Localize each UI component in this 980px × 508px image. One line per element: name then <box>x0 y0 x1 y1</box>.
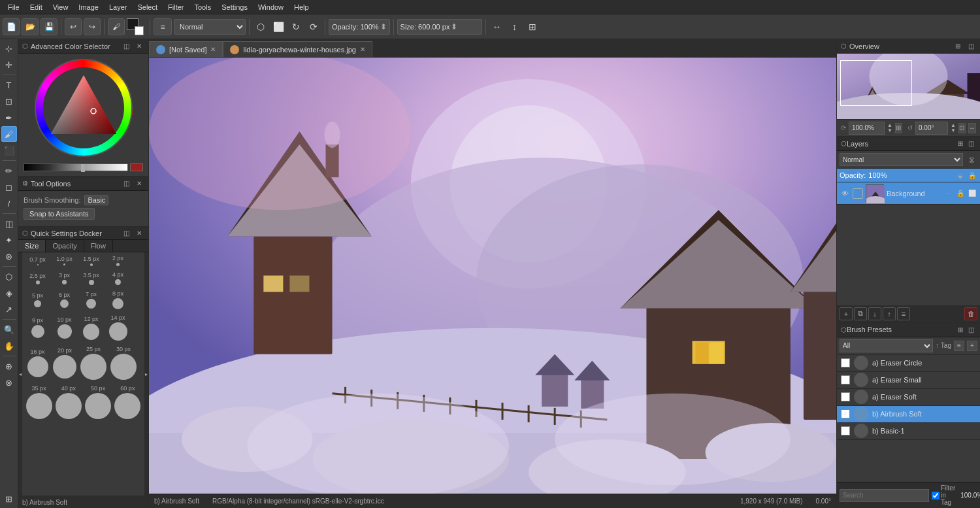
brush-presets-pin[interactable]: ◫ <box>966 324 976 335</box>
layer-up-button[interactable]: ↑ <box>883 307 896 320</box>
overview-pin[interactable]: ◫ <box>966 41 976 52</box>
zoom-steppers[interactable]: ▲ ▼ <box>887 123 892 133</box>
redo-button[interactable]: ↪ <box>84 18 101 35</box>
brush-size-item[interactable]: 1.5 px <box>80 256 103 266</box>
tool-shape[interactable]: ◻ <box>1 179 17 195</box>
brush-size-item[interactable]: 0.7 px <box>26 256 49 265</box>
tool-clone[interactable]: ⊛ <box>1 248 17 264</box>
brush-size-item[interactable]: 50 px <box>86 385 111 419</box>
brush-preset-item[interactable]: a) Eraser Small <box>837 372 980 389</box>
zoom-fit-button[interactable]: ⊞ <box>895 123 902 133</box>
brush-size-item[interactable]: 35 px <box>26 385 52 419</box>
color-selector-widget[interactable] <box>127 18 144 35</box>
brush-size-item[interactable]: 25 px <box>80 346 106 380</box>
brush-size-item[interactable]: 5 px <box>26 292 49 307</box>
canvas-layout-button[interactable]: ⊡ <box>958 123 966 133</box>
layers-mode-select[interactable]: Normal <box>840 153 963 166</box>
tool-options-pin[interactable]: ◫ <box>121 178 131 189</box>
tool-measure[interactable]: ↗ <box>1 301 17 317</box>
color-wheel-wrapper[interactable] <box>35 59 133 157</box>
layer-visibility-icon[interactable]: 👁 <box>840 188 850 199</box>
overview-preview[interactable] <box>837 54 980 119</box>
tab-opacity[interactable]: Opacity <box>46 240 84 252</box>
tool-move[interactable]: ✛ <box>1 57 17 73</box>
value-slider[interactable] <box>24 163 128 171</box>
triangle-overlay[interactable] <box>48 72 120 144</box>
zoom-down[interactable]: ▼ <box>887 128 892 133</box>
opacity-options[interactable]: ⬙ <box>955 170 966 180</box>
undo-button[interactable]: ↩ <box>65 18 82 35</box>
brush-size-item[interactable]: 4 px <box>106 271 129 285</box>
brush-size-item[interactable]: 3.5 px <box>80 272 103 285</box>
tab-flow[interactable]: Flow <box>84 240 113 252</box>
layers-filter-button[interactable]: ⧖ <box>966 154 977 165</box>
brush-size-item[interactable]: 1.0 px <box>53 256 76 265</box>
brush-settings-button[interactable]: ≡ <box>154 18 172 35</box>
menu-help[interactable]: Help <box>289 2 314 12</box>
layer-down-button[interactable]: ↓ <box>868 307 881 320</box>
brush-add-button[interactable]: + <box>967 341 977 351</box>
brush-size-item[interactable]: 60 px <box>115 385 140 419</box>
delete-layer-button[interactable]: 🗑 <box>964 307 977 320</box>
layer-alpha-btn[interactable]: ⬜ <box>967 188 977 199</box>
brush-size-item[interactable]: 8 px <box>106 290 129 309</box>
canvas-mirror-button[interactable]: ↔ <box>968 123 976 133</box>
brush-size-item[interactable]: 12 px <box>80 316 103 340</box>
layer-lock[interactable]: 🔒 <box>967 170 977 180</box>
background-color[interactable] <box>135 26 144 35</box>
opacity-arrow[interactable]: ⬍ <box>380 22 387 31</box>
menu-tools[interactable]: Tools <box>189 2 217 12</box>
layer-more-options[interactable]: ⋯ <box>943 188 954 199</box>
brush-presets-expand[interactable]: ⊞ <box>955 324 966 335</box>
tool-colortag[interactable]: ⊕ <box>1 358 17 374</box>
tool-zoom[interactable]: 🔍 <box>1 322 17 337</box>
tool-brush[interactable]: 🖌 <box>1 126 17 142</box>
brush-view-toggle[interactable]: ≡ <box>954 341 964 351</box>
layer-lock-btn[interactable]: 🔒 <box>955 188 966 199</box>
size-arrow[interactable]: ⬍ <box>451 22 457 31</box>
brush-preset-item[interactable]: ✓b) Airbrush Soft <box>837 406 980 423</box>
menu-select[interactable]: Select <box>132 2 163 12</box>
brush-size-item[interactable]: 10 px <box>53 316 76 339</box>
brush-search-input[interactable] <box>840 489 929 502</box>
opacity-control[interactable]: Opacity: 100% ⬍ <box>329 19 390 35</box>
brush-size-item[interactable]: 14 px <box>106 314 129 341</box>
preserve-alpha-button[interactable]: ⬜ <box>270 19 286 35</box>
tab-winter[interactable]: lidia-goryachewa-winter-houses.jpg ✕ <box>223 41 372 57</box>
overview-expand[interactable]: ⊞ <box>953 41 963 52</box>
add-layer-button[interactable]: + <box>840 307 853 320</box>
size-control[interactable]: Size: 600.00 px ⬍ <box>397 19 482 35</box>
scroll-right[interactable]: ▸ <box>144 252 148 496</box>
tab-winter-close[interactable]: ✕ <box>360 46 365 53</box>
tool-line[interactable]: / <box>1 195 17 211</box>
menu-image[interactable]: Image <box>73 2 104 12</box>
color-selector-pin[interactable]: ◫ <box>121 41 131 52</box>
brush-smoothing-value[interactable]: Basic <box>84 195 108 205</box>
brush-size-item[interactable]: 16 px <box>26 348 49 377</box>
quick-settings-pin[interactable]: ◫ <box>121 228 131 239</box>
brush-size-item[interactable]: 7 px <box>80 291 103 309</box>
tool-options-close[interactable]: ✕ <box>134 178 144 189</box>
brush-tool-button[interactable]: 🖌 <box>108 18 125 35</box>
zoom-input[interactable] <box>849 122 885 135</box>
lock-button[interactable]: ⊞ <box>525 19 540 35</box>
brush-size-item[interactable]: 6 px <box>53 292 76 308</box>
filter-in-tag-checkbox[interactable] <box>932 492 939 500</box>
brush-tag-select[interactable]: All <box>840 339 933 352</box>
tool-fill[interactable]: ⬛ <box>1 143 17 158</box>
menu-edit[interactable]: Edit <box>25 2 48 12</box>
new-file-button[interactable]: 📄 <box>3 18 20 35</box>
rotation-down[interactable]: ▼ <box>951 128 956 133</box>
refresh-button[interactable]: ⟳ <box>306 19 321 35</box>
flip-v-button[interactable]: ↕ <box>507 19 523 35</box>
tool-eyedropper[interactable]: ✒ <box>1 110 17 126</box>
brush-size-item[interactable]: 40 px <box>56 385 81 419</box>
tool-assistant[interactable]: ◈ <box>1 285 17 301</box>
rotation-steppers[interactable]: ▲ ▼ <box>951 123 956 133</box>
tool-multibrush[interactable]: ✦ <box>1 232 17 248</box>
menu-view[interactable]: View <box>48 2 74 12</box>
eraser-button[interactable]: ⬡ <box>253 19 269 35</box>
brush-size-item[interactable]: 3 px <box>53 272 76 284</box>
brush-preset-item[interactable]: a) Eraser Circle <box>837 355 980 372</box>
brush-size-item[interactable]: 2 px <box>106 255 129 266</box>
